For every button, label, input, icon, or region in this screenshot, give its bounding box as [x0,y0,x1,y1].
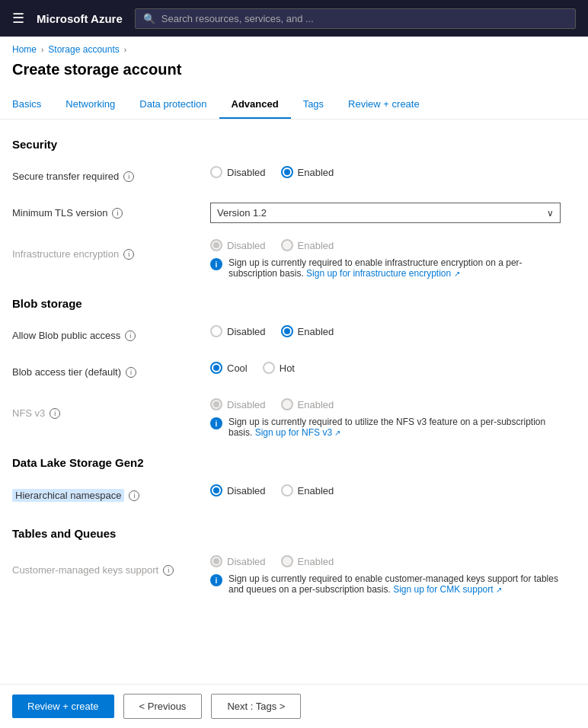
blob-public-access-label: Allow Blob public access i [12,325,210,341]
blob-access-disabled-label: Disabled [227,326,266,337]
breadcrumb-storage-accounts[interactable]: Storage accounts [48,44,119,55]
breadcrumb-chevron-2: › [124,46,126,54]
tab-tags[interactable]: Tags [291,91,336,119]
cmk-external-link-icon: ↗ [496,586,502,594]
data-lake-section-header: Data Lake Storage Gen2 [12,456,567,472]
infra-encryption-enabled-radio[interactable] [281,239,293,251]
infra-encryption-options: Disabled Enabled [210,239,567,251]
hierarchical-namespace-enabled[interactable]: Enabled [281,484,334,497]
hierarchical-namespace-enabled-radio[interactable] [281,484,293,497]
hierarchical-namespace-row: Hierarchical namespace i Disabled Enable… [12,484,567,509]
secure-transfer-enabled-label: Enabled [298,167,334,178]
blob-tier-cool[interactable]: Cool [210,362,248,374]
breadcrumb-home[interactable]: Home [12,44,37,55]
tab-bar: Basics Networking Data protection Advanc… [0,91,588,120]
secure-transfer-disabled-radio[interactable] [210,166,222,178]
hierarchical-namespace-options: Disabled Enabled [210,484,567,497]
main-content: Security Secure transfer required i Disa… [0,120,579,668]
nfs-v3-info-icon[interactable]: i [50,408,60,419]
hierarchical-namespace-disabled-label: Disabled [227,485,266,497]
cmk-options: Disabled Enabled [210,555,567,567]
infra-encryption-row: Infrastructure encryption i Disabled Ena… [12,239,567,279]
info-blue-icon: i [210,258,222,270]
cmk-enabled-label: Enabled [298,556,334,567]
blob-access-tier-row: Blob access tier (default) i Cool Hot [12,362,567,386]
blob-tier-hot[interactable]: Hot [263,362,295,374]
hierarchical-namespace-disabled-radio[interactable] [210,484,222,497]
blob-access-disabled[interactable]: Disabled [210,325,266,337]
nfs-v3-control: Disabled Enabled i Sign up is currently … [210,398,567,438]
cmk-info-icon[interactable]: i [163,565,174,576]
customer-managed-keys-row: Customer-managed keys support i Disabled… [12,555,567,595]
nfs-v3-disabled-label: Disabled [227,399,266,410]
hierarchical-namespace-disabled[interactable]: Disabled [210,484,266,497]
nfs-v3-options: Disabled Enabled [210,398,567,410]
cmk-disabled-label: Disabled [227,556,266,567]
secure-transfer-enabled-radio[interactable] [281,166,293,178]
secure-transfer-enabled[interactable]: Enabled [281,166,334,178]
nfs-v3-enabled-label: Enabled [298,399,334,410]
tab-advanced[interactable]: Advanced [219,91,291,119]
search-bar[interactable]: 🔍 Search resources, services, and ... [135,8,576,29]
infra-encryption-disabled[interactable]: Disabled [210,239,266,251]
customer-managed-keys-label: Customer-managed keys support i [12,560,210,576]
min-tls-row: Minimum TLS version i Version 1.2 ∨ [12,203,567,227]
cmk-enabled[interactable]: Enabled [281,555,334,567]
infra-encryption-label: Infrastructure encryption i [12,244,210,260]
secure-transfer-row: Secure transfer required i Disabled Enab… [12,166,567,190]
blob-access-tier-info-icon[interactable]: i [126,367,136,378]
infra-encryption-disabled-radio[interactable] [210,239,222,251]
cmk-control: Disabled Enabled i Sign up is currently … [210,555,567,595]
infra-encryption-enabled-label: Enabled [298,240,334,251]
secure-transfer-disabled-label: Disabled [227,167,266,178]
blob-access-enabled[interactable]: Enabled [281,325,334,337]
min-tls-value: Version 1.2 [217,207,267,219]
search-icon: 🔍 [143,13,155,24]
tab-networking[interactable]: Networking [53,91,127,119]
cmk-enabled-radio[interactable] [281,555,293,567]
cmk-disabled-radio[interactable] [210,555,222,567]
page-title: Create storage account [0,58,588,91]
breadcrumb-chevron-1: › [41,46,43,54]
nfs-v3-disabled-radio[interactable] [210,398,222,410]
cmk-info: i Sign up is currently required to enabl… [210,573,567,595]
hierarchical-namespace-highlighted: Hierarchical namespace [12,489,124,502]
min-tls-info-icon[interactable]: i [112,208,123,219]
secure-transfer-disabled[interactable]: Disabled [210,166,266,178]
secure-transfer-label: Secure transfer required i [12,166,210,182]
blob-access-enabled-radio[interactable] [281,325,293,337]
tab-data-protection[interactable]: Data protection [127,91,219,119]
hierarchical-namespace-info-icon[interactable]: i [129,490,139,501]
tab-basics[interactable]: Basics [12,91,53,119]
blob-tier-hot-label: Hot [280,362,295,374]
tab-review-create[interactable]: Review + create [336,91,432,119]
nfs-v3-link[interactable]: Sign up for NFS v3 ↗ [255,427,341,438]
nfs-v3-enabled-radio[interactable] [281,398,293,410]
app-title: Microsoft Azure [37,12,123,25]
infra-encryption-enabled[interactable]: Enabled [281,239,334,251]
nfs-v3-enabled[interactable]: Enabled [281,398,334,410]
infra-encryption-link[interactable]: Sign up for infrastructure encryption ↗ [306,268,459,279]
nfs-v3-info: i Sign up is currently required to utili… [210,417,567,438]
blob-tier-hot-radio[interactable] [263,362,275,374]
nfs-external-link-icon: ↗ [334,429,340,437]
blob-tier-cool-radio[interactable] [210,362,222,374]
infra-encryption-info: i Sign up is currently required to enabl… [210,257,567,279]
infra-encryption-info-text: Sign up is currently required to enable … [228,257,567,279]
blob-access-tier-options: Cool Hot [210,362,567,374]
secure-transfer-info-icon[interactable]: i [123,171,134,182]
chevron-down-icon: ∨ [547,208,554,219]
blob-tier-cool-label: Cool [227,362,248,374]
min-tls-dropdown[interactable]: Version 1.2 ∨ [210,203,561,223]
secure-transfer-options: Disabled Enabled [210,166,567,178]
cmk-disabled[interactable]: Disabled [210,555,266,567]
top-bar: ☰ Microsoft Azure 🔍 Search resources, se… [0,0,588,37]
infra-encryption-info-icon[interactable]: i [123,249,134,260]
menu-icon[interactable]: ☰ [12,10,24,27]
nfs-v3-disabled[interactable]: Disabled [210,398,266,410]
blob-public-access-info-icon[interactable]: i [125,330,136,341]
cmk-link[interactable]: Sign up for CMK support ↗ [393,584,502,595]
blob-access-disabled-radio[interactable] [210,325,222,337]
infra-encryption-disabled-label: Disabled [227,240,266,251]
security-section-header: Security [12,138,567,154]
